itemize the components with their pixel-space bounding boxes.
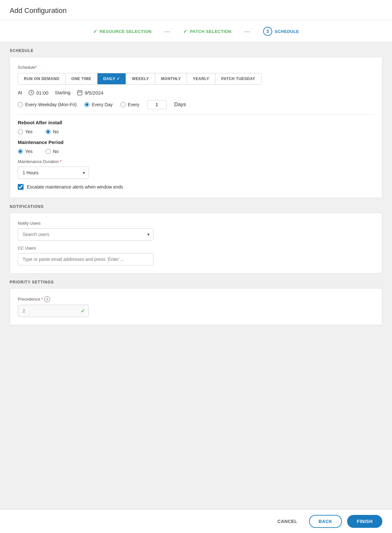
maint-yes-label: Yes [25, 149, 33, 154]
reboot-section: Reboot After install Yes No [18, 120, 374, 134]
step-2: ✓ PATCH SELECTION [183, 28, 231, 35]
step3-circle: 3 [263, 27, 272, 36]
tab-daily[interactable]: DAILY ✓ [98, 73, 126, 84]
reboot-no-label: No [53, 129, 59, 134]
page-title: Add Configuration [10, 6, 382, 15]
page-header: Add Configuration [0, 0, 392, 20]
maintenance-title: Maintenance Period [18, 139, 374, 145]
precedence-check-icon: ✓ [81, 308, 85, 314]
priority-section: PRIORITY SETTINGS Precedence * i ✓ [10, 280, 382, 325]
at-label: At [18, 90, 22, 95]
precedence-input-wrapper: ✓ [18, 305, 89, 317]
divider-1 [18, 114, 374, 115]
schedule-card: Schedule* RUN ON DEMAND ONE TIME DAILY ✓… [10, 57, 382, 198]
date-value: 9/5/2024 [85, 90, 103, 96]
duration-select[interactable]: 1 Hours 2 Hours 3 Hours 4 Hours [18, 167, 89, 179]
maint-no[interactable]: No [46, 149, 59, 154]
stepper: ✓ RESOURCE SELECTION — ✓ PATCH SELECTION… [0, 20, 392, 42]
maintenance-radio-row: Yes No [18, 149, 374, 154]
date-display: 9/5/2024 [77, 90, 103, 96]
tab-one-time[interactable]: ONE TIME [66, 73, 98, 84]
duration-select-wrapper: 1 Hours 2 Hours 3 Hours 4 Hours ▾ [18, 167, 89, 179]
notifications-card: Notify Users ▾ CC Users [10, 213, 382, 273]
radio-every-day-input[interactable] [84, 102, 89, 107]
calendar-icon [77, 90, 83, 96]
radio-every-label: Every [128, 102, 139, 107]
priority-card: Precedence * i ✓ [10, 288, 382, 325]
radio-every-weekday[interactable]: Every Weekday (Mon-Fri) [18, 102, 77, 107]
maint-yes[interactable]: Yes [18, 149, 33, 154]
required-star: * [35, 65, 37, 70]
precedence-label: Precedence * i [18, 296, 374, 302]
schedule-section: SCHEDULE Schedule* RUN ON DEMAND ONE TIM… [10, 48, 382, 198]
step1-check-icon: ✓ [93, 28, 97, 35]
maint-no-input[interactable] [46, 149, 51, 154]
maintenance-section: Maintenance Period Yes No Maintenance Du… [18, 139, 374, 190]
tab-monthly[interactable]: MONTHLY [155, 73, 187, 84]
duration-field-label: Maintenance Duration * [18, 159, 374, 164]
step-separator-1: — [164, 28, 170, 35]
schedule-tabs: RUN ON DEMAND ONE TIME DAILY ✓ WEEKLY MO… [18, 73, 262, 85]
reboot-yes-input[interactable] [18, 129, 23, 134]
page-wrapper: Add Configuration ✓ RESOURCE SELECTION —… [0, 0, 392, 533]
step-3: 3 SCHEDULE [263, 27, 299, 36]
radio-every-day-label: Every Day [92, 102, 113, 107]
notify-users-label: Notify Users [18, 221, 374, 226]
finish-button[interactable]: FINISH [347, 515, 382, 528]
step2-label: PATCH SELECTION [190, 29, 231, 34]
notifications-section: NOTIFICATIONS Notify Users ▾ CC Users [10, 204, 382, 273]
duration-required-star: * [60, 159, 62, 164]
maint-no-label: No [53, 149, 59, 154]
content-area: SCHEDULE Schedule* RUN ON DEMAND ONE TIM… [0, 42, 392, 509]
schedule-radio-row: Every Weekday (Mon-Fri) Every Day Every … [18, 100, 374, 109]
search-users-wrapper: ▾ [18, 228, 153, 241]
cc-users-input[interactable] [18, 253, 153, 265]
time-value: 01:00 [36, 90, 48, 96]
starting-label: Starting [55, 90, 70, 95]
tab-weekly[interactable]: WEEKLY [126, 73, 155, 84]
tab-run-on-demand[interactable]: RUN ON DEMAND [18, 73, 66, 84]
escalate-checkbox[interactable] [18, 184, 24, 190]
radio-every-weekday-input[interactable] [18, 102, 23, 107]
escalate-checkbox-label[interactable]: Escalate maintenance alerts when window … [18, 184, 374, 190]
every-days-input[interactable] [147, 100, 167, 109]
step2-check-icon: ✓ [183, 28, 187, 35]
svg-rect-1 [77, 91, 82, 95]
step-separator-2: — [244, 28, 250, 35]
maint-yes-input[interactable] [18, 149, 23, 154]
step3-number: 3 [266, 29, 269, 34]
cancel-button[interactable]: CANCEL [271, 516, 304, 527]
precedence-input[interactable] [18, 305, 89, 317]
escalate-label: Escalate maintenance alerts when window … [27, 184, 123, 190]
radio-every-input[interactable] [120, 102, 126, 107]
tab-yearly[interactable]: YEARLY [187, 73, 215, 84]
radio-every-day[interactable]: Every Day [84, 102, 113, 107]
reboot-radio-row: Yes No [18, 129, 374, 134]
tab-patch-tuesday[interactable]: PATCH TUESDAY [215, 73, 261, 84]
clock-icon [28, 90, 34, 96]
radio-every-weekday-label: Every Weekday (Mon-Fri) [25, 102, 77, 107]
days-label: Days [174, 102, 186, 108]
reboot-no[interactable]: No [46, 129, 59, 134]
schedule-field-label: Schedule* [18, 65, 374, 70]
reboot-no-input[interactable] [46, 129, 51, 134]
footer-bar: CANCEL BACK FINISH [0, 509, 392, 533]
radio-every[interactable]: Every [120, 102, 139, 107]
reboot-title: Reboot After install [18, 120, 374, 125]
schedule-section-title: SCHEDULE [10, 48, 382, 53]
step3-label: SCHEDULE [275, 29, 299, 34]
cc-users-label: CC Users [18, 246, 374, 251]
time-display: 01:00 [28, 90, 48, 96]
time-row: At 01:00 Starting [18, 90, 374, 96]
reboot-yes[interactable]: Yes [18, 129, 33, 134]
notifications-section-title: NOTIFICATIONS [10, 204, 382, 209]
precedence-info-icon[interactable]: i [44, 296, 50, 302]
step1-label: RESOURCE SELECTION [100, 29, 152, 34]
priority-section-title: PRIORITY SETTINGS [10, 280, 382, 284]
reboot-yes-label: Yes [25, 129, 33, 134]
precedence-required-star: * [41, 297, 43, 302]
search-users-input[interactable] [18, 228, 153, 241]
back-button[interactable]: BACK [309, 515, 342, 528]
step-1: ✓ RESOURCE SELECTION [93, 28, 152, 35]
